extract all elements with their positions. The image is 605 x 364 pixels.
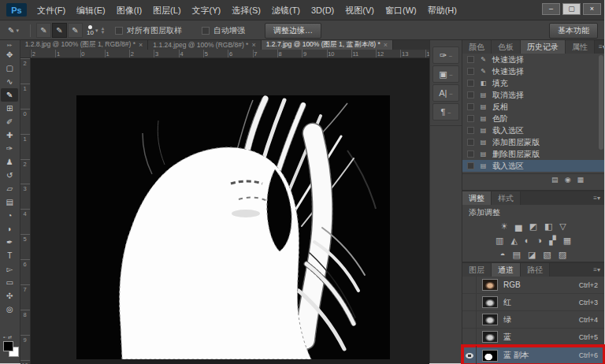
canvas-pasteboard[interactable]: [31, 58, 429, 364]
visibility-toggle[interactable]: [462, 329, 477, 345]
foreground-color-swatch[interactable]: [3, 341, 13, 351]
channel-row[interactable]: RGB Ctrl+2: [462, 277, 604, 294]
adjustment-icon[interactable]: ◐: [525, 236, 530, 245]
adjustment-icon[interactable]: ▨: [559, 250, 566, 260]
menu-item[interactable]: 文字(Y): [187, 0, 227, 20]
history-source-well[interactable]: [467, 91, 474, 98]
tool-button[interactable]: ▱: [1, 182, 18, 195]
auto-enhance-checkbox[interactable]: [202, 27, 210, 35]
tool-button[interactable]: T: [1, 249, 18, 262]
tool-button[interactable]: ✐: [1, 115, 18, 128]
close-icon[interactable]: ×: [139, 41, 143, 49]
collapsed-panel-button[interactable]: ✑ –: [432, 46, 459, 64]
window-control-button[interactable]: –: [542, 3, 560, 15]
collapse-arrows-icon[interactable]: ▸▸: [7, 42, 12, 48]
visibility-toggle[interactable]: [462, 346, 477, 364]
tool-button[interactable]: ∿: [1, 75, 18, 88]
collapsed-panel-button[interactable]: ▣ –: [432, 65, 459, 83]
panel-tab[interactable]: 样式: [492, 191, 521, 205]
history-source-well[interactable]: [467, 162, 474, 169]
close-icon[interactable]: ×: [384, 41, 388, 49]
channel-thumbnail[interactable]: [482, 314, 498, 325]
window-control-button[interactable]: ×: [583, 3, 601, 15]
close-icon[interactable]: ×: [251, 41, 255, 49]
tool-button[interactable]: ✣: [1, 289, 18, 303]
history-footer-icon[interactable]: ◉: [565, 176, 571, 184]
adjustment-icon[interactable]: ▥: [496, 236, 503, 246]
tool-preset-picker[interactable]: ✎ ▾: [8, 20, 19, 40]
panel-menu-icon[interactable]: ≡▾: [595, 40, 605, 54]
panel-tab[interactable]: 历史记录: [521, 40, 566, 54]
channel-row[interactable]: 蓝 Ctrl+5: [462, 329, 604, 346]
tool-button[interactable]: ✥: [1, 48, 18, 61]
panel-tab[interactable]: 颜色: [462, 40, 492, 54]
document-tab[interactable]: 1.2.8.jpg @ 100% (图层 1, RGB/8#) * ×: [20, 40, 149, 50]
adjustment-icon[interactable]: ▞: [549, 236, 555, 246]
history-state-row[interactable]: ✎ 快速选择: [462, 65, 604, 77]
selection-mode-button[interactable]: ✎: [36, 23, 51, 38]
selection-mode-button[interactable]: ✎: [68, 23, 83, 38]
history-state-row[interactable]: ✎ 快速选择: [462, 54, 604, 65]
history-source-well[interactable]: [467, 150, 474, 158]
tool-button[interactable]: ◗: [1, 222, 18, 236]
history-state-row[interactable]: ▤ 取消选择: [462, 89, 604, 101]
tool-button[interactable]: ↺: [1, 169, 18, 182]
menu-item[interactable]: 选择(S): [226, 0, 266, 20]
tool-button[interactable]: ✑: [1, 142, 18, 155]
panel-tab[interactable]: 路径: [521, 263, 550, 277]
menu-item[interactable]: 图层(L): [147, 0, 186, 20]
sample-all-layers-checkbox[interactable]: [115, 27, 123, 35]
history-source-well[interactable]: [467, 115, 474, 122]
tool-button[interactable]: ▭: [1, 276, 18, 289]
brush-size-picker[interactable]: 10 ▾ ▲▼: [87, 20, 105, 40]
channel-row[interactable]: 绿 Ctrl+4: [462, 311, 604, 329]
menu-item[interactable]: 编辑(E): [71, 0, 111, 20]
workspace-switcher-button[interactable]: 基本功能: [549, 23, 598, 39]
adjustment-icon[interactable]: ▽: [559, 221, 566, 232]
history-state-row[interactable]: ▤ 反相: [462, 101, 604, 113]
adjustment-icon[interactable]: ◧: [544, 221, 552, 232]
menu-item[interactable]: 窗口(W): [380, 0, 422, 20]
menu-item[interactable]: 视图(V): [340, 0, 380, 20]
menu-item[interactable]: 帮助(H): [422, 0, 462, 20]
adjustment-icon[interactable]: ▤: [513, 250, 521, 260]
document-tab[interactable]: 1.1.24.jpeg @ 100% (RGB/8#) * ×: [148, 40, 261, 50]
history-state-row[interactable]: ▤ 载入选区: [462, 124, 604, 136]
adjustment-icon[interactable]: ◓: [500, 250, 506, 259]
tool-button[interactable]: ⊞: [1, 102, 18, 115]
panel-tab[interactable]: 调整: [462, 191, 492, 205]
adjustment-icon[interactable]: ◑: [537, 236, 543, 245]
history-source-well[interactable]: [467, 139, 474, 146]
refine-edge-button[interactable]: 调整边缘…: [265, 23, 321, 39]
channel-thumbnail[interactable]: [482, 331, 498, 343]
history-state-row[interactable]: ▤ 删除图层蒙版: [462, 148, 604, 160]
spinner-icon[interactable]: ▲▼: [100, 27, 105, 35]
history-state-row[interactable]: ▤ 色阶: [462, 113, 604, 124]
tool-button[interactable]: ◔: [1, 209, 18, 222]
collapsed-panel-button[interactable]: A| –: [432, 84, 459, 102]
history-source-well[interactable]: [467, 68, 474, 75]
visibility-toggle[interactable]: [462, 277, 477, 293]
history-state-row[interactable]: ▤ 添加图层蒙版: [462, 136, 604, 148]
panel-tab[interactable]: 色板: [492, 40, 521, 54]
adjustment-icon[interactable]: ◭: [510, 236, 517, 246]
menu-item[interactable]: 文件(F): [32, 0, 71, 20]
visibility-toggle[interactable]: [462, 311, 477, 328]
channel-row[interactable]: 蓝 副本 Ctrl+6: [462, 346, 604, 364]
history-state-row[interactable]: ◧ 填充: [462, 77, 604, 89]
tool-button[interactable]: ♟: [1, 155, 18, 169]
history-source-well[interactable]: [467, 127, 474, 134]
collapsed-panel-button[interactable]: ¶ –: [432, 103, 459, 121]
tool-button[interactable]: ✚: [1, 128, 18, 142]
tool-button[interactable]: ▻: [1, 262, 18, 276]
menu-item[interactable]: 滤镜(T): [266, 0, 306, 20]
window-control-button[interactable]: ▢: [562, 3, 581, 15]
adjustment-icon[interactable]: ☀: [500, 221, 508, 232]
tool-button[interactable]: ✎: [1, 88, 18, 102]
adjustment-icon[interactable]: ◪: [528, 250, 536, 260]
tool-button[interactable]: ▤: [1, 195, 18, 209]
panel-menu-icon[interactable]: ≡▾: [589, 191, 604, 205]
channel-thumbnail[interactable]: [482, 350, 498, 362]
history-state-row[interactable]: ▤ 载入选区: [462, 160, 604, 172]
channel-row[interactable]: 红 Ctrl+3: [462, 294, 604, 311]
